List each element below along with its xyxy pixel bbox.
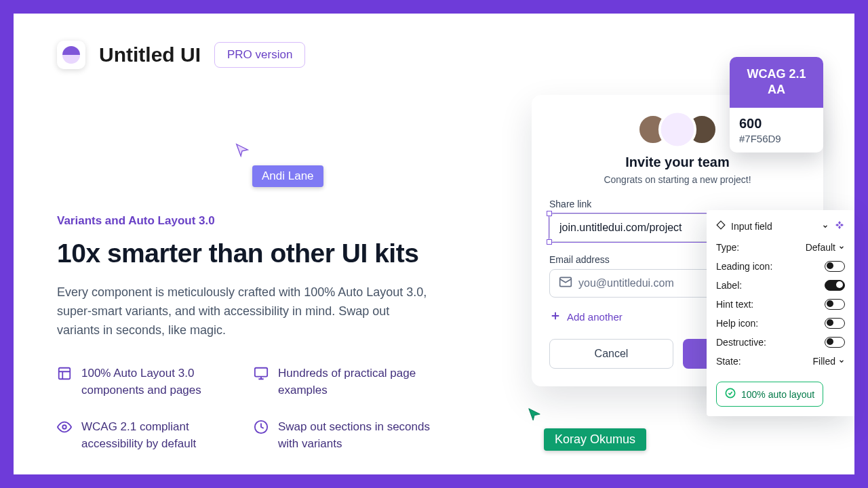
leading-icon-toggle[interactable] <box>825 261 845 272</box>
brand-name: Untitled UI <box>99 43 201 66</box>
layout-icon <box>57 366 72 384</box>
label-row: Label: <box>716 280 845 291</box>
component-icon <box>716 220 726 232</box>
wcag-level: AA <box>735 82 818 98</box>
row-label: Help icon: <box>716 318 758 329</box>
chevron-down-icon <box>838 244 845 251</box>
label-toggle[interactable] <box>825 280 845 291</box>
svg-rect-0 <box>59 367 71 379</box>
avatar <box>658 110 696 148</box>
auto-layout-badge: 100% auto layout <box>716 382 823 407</box>
variant-icon[interactable] <box>834 220 845 232</box>
header: Untitled UI PRO version <box>14 14 854 69</box>
feature-text: 100% Auto Layout 3.0 components and page… <box>81 365 240 399</box>
cursor-icon <box>527 407 542 424</box>
row-label: State: <box>716 356 741 367</box>
feature-item: Hundreds of practical page examples <box>254 365 437 399</box>
inspector-panel: Input field Type: Default Leading icon: … <box>707 210 854 416</box>
user-tag-koray: Koray Okumus <box>544 428 646 451</box>
row-label: Leading icon: <box>716 261 772 272</box>
cursor-icon <box>235 142 250 157</box>
feature-item: WCAG 2.1 compliant accessibility by defa… <box>57 418 240 453</box>
state-row[interactable]: State: Filled <box>716 356 845 367</box>
chevron-down-icon[interactable] <box>822 221 829 232</box>
feature-text: Hundreds of practical page examples <box>278 365 437 399</box>
help-icon-row: Help icon: <box>716 318 845 329</box>
panel-title: Input field <box>731 221 816 232</box>
check-circle-icon <box>725 388 736 401</box>
plus-icon <box>549 310 561 324</box>
feature-text: WCAG 2.1 compliant accessibility by defa… <box>81 418 240 453</box>
hero-paragraph: Every component is meticulously crafted … <box>57 283 430 340</box>
row-label: Label: <box>716 280 742 291</box>
feature-text: Swap out sections in seconds with varian… <box>278 418 437 453</box>
feature-item: 100% Auto Layout 3.0 components and page… <box>57 365 240 399</box>
destructive-toggle[interactable] <box>825 337 845 348</box>
color-hex: #7F56D9 <box>739 133 814 144</box>
row-label: Hint text: <box>716 299 753 310</box>
modal-subtitle: Congrats on starting a new project! <box>549 174 806 185</box>
auto-layout-text: 100% auto layout <box>741 389 814 400</box>
hint-text-row: Hint text: <box>716 299 845 310</box>
row-label: Destructive: <box>716 337 766 348</box>
wcag-title: WCAG 2.1 <box>735 66 818 82</box>
svg-point-2 <box>62 425 66 429</box>
user-tag-andi: Andi Lane <box>252 165 323 187</box>
destructive-row: Destructive: <box>716 337 845 348</box>
hero-content: Variants and Auto Layout 3.0 10x smarter… <box>57 214 437 453</box>
color-shade: 600 <box>739 116 814 131</box>
logo-icon <box>57 41 85 69</box>
page-title: 10x smarter than other UI kits <box>57 239 437 268</box>
type-row[interactable]: Type: Default <box>716 242 845 253</box>
eye-icon <box>57 420 72 437</box>
share-link-label: Share link <box>549 199 806 209</box>
add-another-label: Add another <box>567 311 623 323</box>
mail-icon <box>559 275 572 291</box>
svg-rect-1 <box>255 367 267 376</box>
help-toggle[interactable] <box>825 318 845 329</box>
chevron-down-icon <box>838 358 845 365</box>
cancel-button[interactable]: Cancel <box>549 339 673 369</box>
type-value: Default <box>806 242 835 253</box>
feature-item: Swap out sections in seconds with varian… <box>254 418 437 453</box>
eyebrow: Variants and Auto Layout 3.0 <box>57 214 437 228</box>
leading-icon-row: Leading icon: <box>716 261 845 272</box>
clock-icon <box>254 420 269 437</box>
wcag-badge: WCAG 2.1 AA 600 #7F56D9 <box>730 57 823 152</box>
state-value: Filled <box>813 356 835 367</box>
hint-toggle[interactable] <box>825 299 845 310</box>
modal-title: Invite your team <box>549 155 806 170</box>
row-label: Type: <box>716 242 739 253</box>
monitor-icon <box>254 366 269 384</box>
pro-version-badge[interactable]: PRO version <box>214 42 305 68</box>
